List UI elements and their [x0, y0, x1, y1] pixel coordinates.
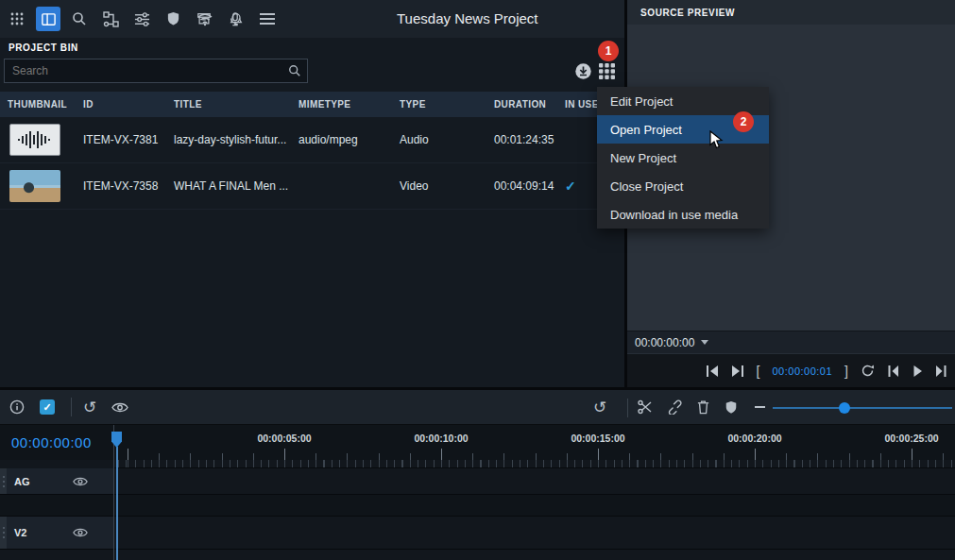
mark-out-bracket[interactable]: ]: [844, 364, 848, 379]
table-row[interactable]: ITEM-VX-7381 lazy-day-stylish-futur... a…: [0, 117, 624, 163]
jump-to-out-icon[interactable]: [731, 365, 744, 377]
project-title: Tuesday News Project: [397, 10, 538, 26]
track-header[interactable]: AG: [0, 468, 114, 494]
settings-sliders-icon[interactable]: [129, 7, 154, 31]
ruler-label: 00:00:15:00: [571, 433, 624, 444]
timeline-tracks: AG V2: [0, 460, 955, 560]
toolbar-separator: [627, 399, 628, 417]
menu-item-download-in-use-media[interactable]: Download in use media: [597, 200, 769, 229]
track-visibility-eye-icon[interactable]: [108, 395, 132, 419]
app-root: Tuesday News Project PROJECT BIN: [0, 0, 955, 560]
col-header-id[interactable]: ID: [76, 99, 166, 110]
col-header-title[interactable]: TITLE: [166, 99, 291, 110]
search-icon[interactable]: [67, 7, 92, 31]
undo-icon[interactable]: ↺: [77, 395, 102, 419]
track-grip-handle[interactable]: [0, 468, 7, 494]
toolbar-separator: [71, 398, 72, 416]
row-duration: 00:01:24:35: [486, 133, 557, 146]
track-header-divider: [113, 425, 114, 560]
notifications-bell-icon[interactable]: [224, 7, 248, 31]
row-id: ITEM-VX-7358: [76, 179, 166, 193]
audio-waveform-thumbnail[interactable]: [9, 124, 60, 156]
table-row[interactable]: ITEM-VX-7358 WHAT A FINAL Men ... Video …: [0, 163, 624, 210]
shield-icon[interactable]: [161, 7, 185, 31]
project-context-menu: Edit Project Open Project New Project Cl…: [597, 87, 769, 229]
info-icon[interactable]: [5, 395, 29, 419]
mouse-cursor: [709, 130, 725, 153]
row-type: Video: [392, 179, 486, 193]
track-eye-icon[interactable]: [73, 527, 88, 538]
zoom-out-minus-icon[interactable]: [747, 395, 772, 419]
step-badge-1: 1: [598, 41, 619, 61]
search-input-icon: [288, 64, 301, 77]
track-header[interactable]: V2: [0, 517, 114, 549]
ruler-label: 00:00:20:00: [727, 433, 781, 444]
main-menu-hamburger-icon[interactable]: [255, 7, 280, 31]
chevron-down-icon: [701, 340, 708, 345]
search-row: 1: [0, 55, 624, 89]
col-header-duration[interactable]: DURATION: [486, 99, 557, 110]
row-mimetype: audio/mpeg: [291, 133, 392, 146]
select-all-checkbox[interactable]: ✓: [35, 395, 60, 419]
transport-timecode[interactable]: 00:00:00:01: [772, 365, 832, 377]
track-row-v2[interactable]: V2: [0, 517, 955, 550]
track-name: AG: [14, 476, 30, 487]
unlink-icon[interactable]: [662, 395, 687, 419]
ruler-tick-strip: [114, 460, 955, 468]
col-header-mimetype[interactable]: MIMETYPE: [291, 99, 392, 110]
marker-shield-icon[interactable]: [719, 395, 743, 419]
timeline-panel: ✓ ↺ ↺ 00:00:00:00: [0, 390, 955, 560]
cut-scissors-icon[interactable]: [633, 395, 657, 419]
workflow-icon[interactable]: [98, 7, 123, 31]
search-input[interactable]: [5, 64, 288, 77]
checkbox-check-icon: ✓: [40, 399, 55, 415]
row-duration: 00:04:09:14: [486, 179, 557, 193]
transport-controls: [ 00:00:00:01 ]: [627, 353, 955, 387]
ruler-label: 00:00:05:00: [257, 433, 311, 444]
play-icon[interactable]: [912, 365, 923, 377]
delete-trash-icon[interactable]: [691, 395, 715, 419]
zoom-slider[interactable]: [773, 407, 952, 409]
project-bin-panel: Tuesday News Project PROJECT BIN: [0, 0, 624, 387]
search-box: [4, 59, 308, 83]
playhead-timecode: 00:00:00:00: [0, 425, 114, 460]
project-bin-icon[interactable]: [36, 7, 60, 31]
track-name: V2: [14, 527, 26, 538]
source-preview-title: SOURCE PREVIEW: [627, 0, 955, 25]
previous-frame-icon[interactable]: [887, 365, 899, 377]
row-id: ITEM-VX-7381: [76, 133, 166, 146]
history-icon[interactable]: ↺: [588, 395, 612, 419]
timeline-ruler[interactable]: 00:00:00:00 00:00:05:00 00:00:10:00 00:0…: [0, 425, 955, 460]
mark-in-bracket[interactable]: [: [757, 364, 760, 379]
track-lane[interactable]: [114, 468, 955, 494]
zoom-slider-knob[interactable]: [839, 402, 850, 414]
col-header-type[interactable]: TYPE: [392, 99, 486, 110]
track-grip-handle[interactable]: [0, 517, 7, 549]
col-header-thumbnail[interactable]: THUMBNAIL: [0, 99, 76, 110]
jump-to-in-icon[interactable]: [706, 365, 719, 377]
menu-item-new-project[interactable]: New Project: [597, 144, 769, 172]
menu-item-close-project[interactable]: Close Project: [597, 172, 769, 200]
step-badge-2: 2: [733, 111, 754, 132]
track-eye-icon[interactable]: [73, 476, 88, 487]
ruler-scale[interactable]: 00:00:05:00 00:00:10:00 00:00:15:00 00:0…: [114, 425, 955, 460]
media-table: THUMBNAIL ID TITLE MIMETYPE TYPE DURATIO…: [0, 92, 624, 210]
row-type: Audio: [392, 133, 486, 146]
ruler-label: 00:00:10:00: [414, 433, 468, 444]
wifi-icon[interactable]: [193, 7, 217, 31]
next-frame-icon[interactable]: [935, 365, 947, 377]
track-row-ag[interactable]: AG: [0, 468, 955, 495]
table-header-row: THUMBNAIL ID TITLE MIMETYPE TYPE DURATIO…: [0, 92, 624, 117]
preview-timecode: 00:00:00:00: [635, 336, 694, 349]
timeline-toolbar: ✓ ↺ ↺: [0, 390, 955, 425]
video-frame-thumbnail[interactable]: [9, 170, 60, 202]
preview-timecode-row[interactable]: 00:00:00:00: [627, 331, 955, 353]
download-icon[interactable]: [574, 62, 592, 80]
row-title: lazy-day-stylish-futur...: [166, 133, 291, 146]
apps-grid-icon[interactable]: [5, 7, 29, 31]
track-gap: [0, 495, 955, 517]
track-lane[interactable]: [114, 517, 955, 549]
project-actions-grid-icon[interactable]: [599, 63, 615, 79]
loop-icon[interactable]: [861, 365, 875, 377]
playhead-line[interactable]: [116, 447, 118, 560]
